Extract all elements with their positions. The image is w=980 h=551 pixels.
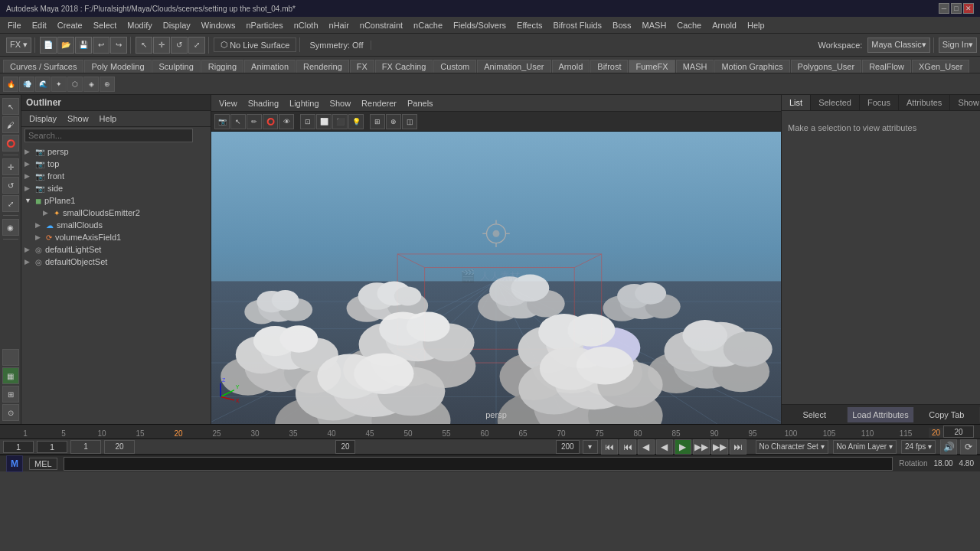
lasso-btn[interactable]: ⭕ xyxy=(2,135,19,152)
load-attributes-btn[interactable]: Load Attributes xyxy=(848,407,913,422)
workspace-dropdown[interactable]: Maya Classic▾ xyxy=(867,37,929,53)
start-frame-input[interactable]: 1 xyxy=(3,441,34,453)
vp-hud-btn[interactable]: ⊕ xyxy=(386,114,401,129)
select-btn[interactable]: Select xyxy=(782,407,848,422)
menu-modify[interactable]: Modify xyxy=(122,19,156,31)
tree-item-emitter2[interactable]: ▶ ✦ smallCloudsEmitter2 xyxy=(21,207,211,219)
shelf-tab-rigging[interactable]: Rigging xyxy=(201,60,243,73)
range-arrow[interactable]: ▾ xyxy=(583,440,598,454)
live-surface-button[interactable]: ⬡ No Live Surface xyxy=(214,37,296,52)
menu-nhair[interactable]: nHair xyxy=(325,19,354,31)
shelf-tab-animuser[interactable]: Animation_User xyxy=(477,60,550,73)
viewport-menu-renderer[interactable]: Renderer xyxy=(357,97,401,109)
move-tool-btn[interactable]: ✛ xyxy=(153,37,170,54)
shelf-tab-realflow[interactable]: RealFlow xyxy=(862,60,911,73)
rp-tab-show[interactable]: Show xyxy=(950,95,980,110)
maximize-button[interactable]: □ xyxy=(951,3,962,14)
menu-display[interactable]: Display xyxy=(158,19,195,31)
tree-item-top[interactable]: ▶ 📷 top xyxy=(21,158,211,170)
shelf-tab-fx[interactable]: FX xyxy=(350,60,374,73)
shelf-tab-fxcaching[interactable]: FX Caching xyxy=(375,60,433,73)
open-scene-btn[interactable]: 📂 xyxy=(57,37,74,54)
vp-isolation-btn[interactable]: ◫ xyxy=(402,114,417,129)
paint-btn[interactable]: 🖌 xyxy=(2,116,19,133)
vp-camera-btn[interactable]: 📷 xyxy=(214,114,230,129)
menu-cache[interactable]: Cache xyxy=(672,19,706,31)
current-frame-input[interactable]: 1 xyxy=(37,441,67,453)
vp-select-btn[interactable]: ↖ xyxy=(230,114,246,129)
grid-btn[interactable]: ▦ xyxy=(2,367,19,384)
menu-file[interactable]: File xyxy=(3,19,26,31)
shelf-tab-custom[interactable]: Custom xyxy=(433,60,476,73)
menu-ncache[interactable]: nCache xyxy=(409,19,447,31)
outliner-menu-help[interactable]: Help xyxy=(95,112,122,125)
menu-arnold[interactable]: Arnold xyxy=(707,19,741,31)
shelf-tab-arnold[interactable]: Arnold xyxy=(552,60,590,73)
play-forward-btn[interactable]: ▶ xyxy=(675,439,691,455)
move-lt-btn[interactable]: ✛ xyxy=(2,158,19,175)
loop-btn[interactable]: ⟳ xyxy=(960,439,977,455)
menu-create[interactable]: Create xyxy=(53,19,87,31)
tree-item-volumeaxis[interactable]: ▶ ⟳ volumeAxisField1 xyxy=(21,231,211,243)
shelf-tab-polygonsuser[interactable]: Polygons_User xyxy=(791,60,862,73)
vp-smooth-btn[interactable]: ⬜ xyxy=(316,114,332,129)
command-input[interactable] xyxy=(64,457,893,471)
rp-tab-focus[interactable]: Focus xyxy=(860,95,899,110)
audio-btn[interactable]: 🔊 xyxy=(940,439,957,455)
shelf-tab-fumefx[interactable]: FumeFX xyxy=(629,60,675,73)
rotate-lt-btn[interactable]: ↺ xyxy=(2,177,19,194)
timeline-ruler[interactable]: 1 5 10 15 20 25 30 35 40 45 50 55 60 65 … xyxy=(0,424,980,439)
frame-input[interactable]: 20 xyxy=(943,425,974,438)
play-all-btn[interactable]: ▶▶ xyxy=(693,439,710,455)
script-type-label[interactable]: MEL xyxy=(29,458,57,470)
tree-item-pplane1[interactable]: ▼ ◼ pPlane1 xyxy=(21,194,211,207)
frame-counter-display[interactable]: 1 xyxy=(70,440,101,454)
vp-show-btn[interactable]: 👁 xyxy=(279,114,294,129)
prev-frame-btn[interactable]: ◀ xyxy=(638,439,655,455)
shelf-tab-polymodeling[interactable]: Poly Modeling xyxy=(84,60,151,73)
vp-wireframe-btn[interactable]: ⊡ xyxy=(300,114,315,129)
tree-item-persp[interactable]: ▶ 📷 persp xyxy=(21,145,211,158)
fps-dropdown[interactable]: 24 fps ▾ xyxy=(901,440,936,454)
copy-tab-btn[interactable]: Copy Tab xyxy=(914,407,980,422)
character-set-dropdown[interactable]: No Character Set ▾ xyxy=(756,440,828,454)
outliner-menu-show[interactable]: Show xyxy=(63,112,93,125)
skip-to-start-btn[interactable]: ⏮ xyxy=(601,439,618,455)
new-scene-btn[interactable]: 📄 xyxy=(40,37,57,54)
shelf-tab-mash[interactable]: MASH xyxy=(676,60,714,73)
save-scene-btn[interactable]: 💾 xyxy=(75,37,92,54)
end-frame-input[interactable]: 20 xyxy=(104,440,135,454)
menu-boss[interactable]: Boss xyxy=(608,19,635,31)
outliner-search-input[interactable] xyxy=(24,129,193,142)
vp-paint-btn[interactable]: ✏ xyxy=(247,114,262,129)
tree-item-objectset[interactable]: ▶ ◎ defaultObjectSet xyxy=(21,256,211,268)
menu-nconstraint[interactable]: nConstraint xyxy=(355,19,407,31)
rp-tab-attributes[interactable]: Attributes xyxy=(899,95,950,110)
undo-btn[interactable]: ↩ xyxy=(93,37,109,54)
prev-frame-btn2[interactable]: ◀ xyxy=(656,439,673,455)
shelf-tab-xgenuser[interactable]: XGen_User xyxy=(912,60,969,73)
shelf-icon-4[interactable]: ✦ xyxy=(51,77,67,92)
next-frame-btn[interactable]: ▶▶ xyxy=(711,439,728,455)
viewport-menu-show[interactable]: Show xyxy=(325,97,356,109)
scale-tool-btn[interactable]: ⤢ xyxy=(188,37,205,54)
shelf-icon-1[interactable]: 🔥 xyxy=(3,77,18,92)
rp-tab-list[interactable]: List xyxy=(782,95,811,110)
scale-lt-btn[interactable]: ⤢ xyxy=(2,195,19,212)
vp-lasso-btn[interactable]: ⭕ xyxy=(263,114,278,129)
tree-item-front[interactable]: ▶ 📷 front xyxy=(21,170,211,182)
vp-texture-btn[interactable]: ⬛ xyxy=(332,114,348,129)
mode-dropdown[interactable]: FX ▾ xyxy=(6,37,31,53)
anim-layer-dropdown[interactable]: No Anim Layer ▾ xyxy=(833,440,897,454)
shelf-icon-6[interactable]: ◈ xyxy=(83,77,99,92)
viewport-menu-lighting[interactable]: Lighting xyxy=(285,97,324,109)
prev-keyframe-btn[interactable]: ⏮ xyxy=(619,439,636,455)
menu-bifrost-fluids[interactable]: Bifrost Fluids xyxy=(549,19,607,31)
menu-nparticles[interactable]: nParticles xyxy=(241,19,287,31)
shelf-icon-3[interactable]: 🌊 xyxy=(35,77,51,92)
viewport-menu-view[interactable]: View xyxy=(214,97,242,109)
select-mode-btn[interactable]: ↖ xyxy=(2,98,19,115)
rotate-tool-btn[interactable]: ↺ xyxy=(171,37,188,54)
menu-mash[interactable]: MASH xyxy=(638,19,671,31)
select-tool-btn[interactable]: ↖ xyxy=(136,37,152,54)
